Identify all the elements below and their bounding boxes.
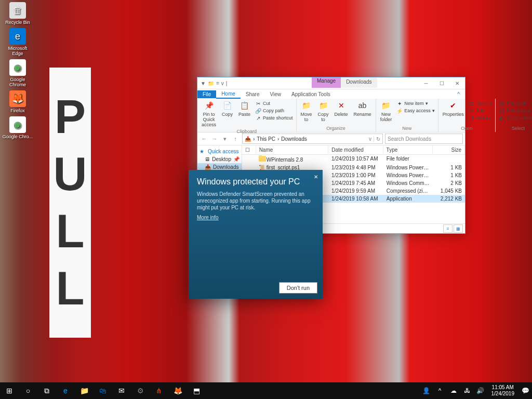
edit-button[interactable]: ✎Edit (468, 107, 493, 114)
copy-path-button[interactable]: 🔗Copy path (254, 107, 294, 114)
qat-item[interactable]: v (221, 81, 224, 86)
rename-icon: ab (357, 101, 368, 111)
pin-quick-access-button[interactable]: 📌Pin to Quick access (200, 100, 218, 129)
tray-clock[interactable]: 11:05 AM1/24/2019 (487, 384, 519, 397)
view-large-icons-button[interactable]: ▦ (454, 224, 463, 233)
taskbar-explorer[interactable]: 📁 (75, 382, 94, 399)
qat-item[interactable]: = (216, 81, 219, 86)
refresh-icon[interactable]: ↻ (374, 136, 380, 142)
context-tab[interactable]: Downloads (341, 77, 377, 88)
tab-view[interactable]: View (265, 90, 287, 98)
breadcrumb[interactable]: This PC (257, 136, 275, 142)
easy-icon: ⚡ (396, 108, 403, 114)
tab-file[interactable]: File (197, 90, 216, 98)
easy-access-button[interactable]: ⚡Easy access ▾ (395, 107, 436, 114)
qat-sep: | (226, 81, 228, 86)
copy-button[interactable]: 📄Copy (220, 100, 235, 118)
copy-icon: 📄 (222, 101, 233, 111)
taskbar-firefox[interactable]: 🦊 (168, 382, 187, 399)
minimize-button[interactable]: ─ (418, 77, 434, 89)
search-button[interactable]: ○ (19, 382, 37, 399)
chevron-down-icon[interactable]: v (369, 136, 371, 142)
new-folder-icon: 📁 (381, 101, 391, 111)
tab-share[interactable]: Share (241, 90, 265, 98)
taskbar-edge[interactable]: e (56, 382, 75, 399)
delete-button[interactable]: ✕Delete (332, 100, 350, 118)
view-details-button[interactable]: ≡ (443, 224, 453, 233)
paste-shortcut-button[interactable]: ↗Paste shortcut (254, 114, 294, 122)
task-view-button[interactable]: ⧉ (37, 382, 56, 399)
ribbon-collapse-icon[interactable]: ^ (452, 90, 465, 98)
pin-icon: 📌 (204, 101, 214, 111)
nav-desktop[interactable]: 🖥Desktop📌 (197, 155, 242, 163)
invert-selection-button[interactable]: ◐Invert selection (498, 114, 532, 122)
properties-button[interactable]: ✔Properties (441, 100, 466, 118)
col-checkbox[interactable]: ☐ (242, 145, 256, 154)
link-icon: 🔗 (255, 108, 261, 114)
tray-network-icon[interactable]: 🖧 (460, 382, 474, 399)
close-button[interactable]: ✕ (449, 77, 465, 89)
nav-forward-button[interactable]: → (210, 134, 219, 143)
tray-people-icon[interactable]: 👤 (420, 382, 433, 399)
copy-to-button[interactable]: 📁Copy to (316, 100, 331, 124)
dialog-body: Windows Defender SmartScreen prevented a… (197, 191, 314, 211)
more-info-link[interactable]: More info (197, 215, 219, 220)
open-button[interactable]: ☐Open ▾ (468, 100, 493, 107)
tray-notifications-icon[interactable]: 💬 (518, 382, 532, 399)
tab-application-tools[interactable]: Application Tools (286, 90, 336, 98)
desktop-icon-chrome2[interactable]: ◉Google Chro... (2, 116, 33, 139)
folder-icon: 📁 (208, 81, 214, 86)
titlebar[interactable]: ▼ 📁 = v | Manage Downloads ─ ☐ ✕ (197, 77, 465, 89)
properties-icon: ✔ (448, 101, 458, 111)
taskbar-settings[interactable]: ⚙ (131, 382, 150, 399)
qat-dropdown-icon[interactable]: ▼ (201, 81, 206, 86)
select-all-button[interactable]: ☑Select all (498, 100, 532, 107)
taskbar-app1[interactable]: ⋔ (150, 382, 168, 399)
search-input[interactable]: Search Downloads (385, 134, 463, 144)
tab-home[interactable]: Home (216, 90, 241, 99)
new-item-button[interactable]: ✦New item ▾ (395, 100, 436, 107)
dont-run-button[interactable]: Don't run (279, 282, 317, 294)
history-button[interactable]: ↺History (468, 114, 493, 122)
desktop-icon-edge[interactable]: eMicrosoft Edge (2, 28, 33, 56)
desktop-icon-recycle-bin[interactable]: 🗑Recycle Bin (2, 2, 33, 25)
nav-back-button[interactable]: ← (200, 134, 209, 143)
nav-quick-access[interactable]: ★Quick access (197, 148, 242, 155)
group-label: Organize (299, 126, 374, 131)
rename-button[interactable]: abRename (352, 100, 374, 118)
col-size[interactable]: Size (433, 145, 465, 154)
select-none-button[interactable]: ☐Select none (498, 107, 532, 114)
tray-overflow-icon[interactable]: ^ (433, 382, 447, 399)
star-icon: ✦ (396, 100, 403, 107)
maximize-button[interactable]: ☐ (434, 77, 449, 89)
paste-icon: 📋 (240, 101, 250, 111)
col-name[interactable]: Name (256, 145, 329, 154)
system-tray: 👤 ^ ☁ 🖧 🔊 11:05 AM1/24/2019 💬 (420, 382, 533, 399)
col-type[interactable]: Type (383, 145, 433, 154)
select-none-icon: ☐ (499, 108, 505, 114)
taskbar-mail[interactable]: ✉ (112, 382, 131, 399)
nav-up-button[interactable]: ↑ (231, 134, 240, 143)
desktop-icon-firefox[interactable]: 🦊Firefox (2, 90, 33, 113)
cut-button[interactable]: ✂Cut (254, 100, 294, 107)
group-label: New (378, 126, 436, 131)
desktop-icons: 🗑Recycle Bin eMicrosoft Edge ◉Google Chr… (2, 2, 33, 139)
context-tab-header: Manage (312, 77, 341, 88)
desktop-icon: 🖥 (205, 156, 210, 162)
desktop-icon-chrome[interactable]: ◉Google Chrome (2, 59, 33, 87)
nav-recent-button[interactable]: ▾ (220, 134, 230, 143)
folder-icon: 📥 (245, 136, 251, 142)
dialog-close-button[interactable]: ✕ (311, 172, 321, 181)
start-button[interactable]: ⊞ (0, 382, 19, 399)
new-folder-button[interactable]: 📁New folder (378, 100, 394, 124)
taskbar-app2[interactable]: ⬒ (187, 382, 206, 399)
taskbar-store[interactable]: 🛍 (94, 382, 112, 399)
tray-onedrive-icon[interactable]: ☁ (447, 382, 460, 399)
tray-volume-icon[interactable]: 🔊 (474, 382, 487, 399)
address-bar[interactable]: 📥 ›This PC ›Downloads v ↻ (242, 134, 383, 144)
breadcrumb[interactable]: Downloads (281, 136, 307, 142)
move-to-button[interactable]: 📁Move to (299, 100, 314, 124)
paste-button[interactable]: 📋Paste (236, 100, 252, 118)
col-date[interactable]: Date modified (328, 145, 383, 154)
file-row[interactable]: WPinternals 2.81/24/2019 10:57 AMFile fo… (242, 155, 465, 164)
